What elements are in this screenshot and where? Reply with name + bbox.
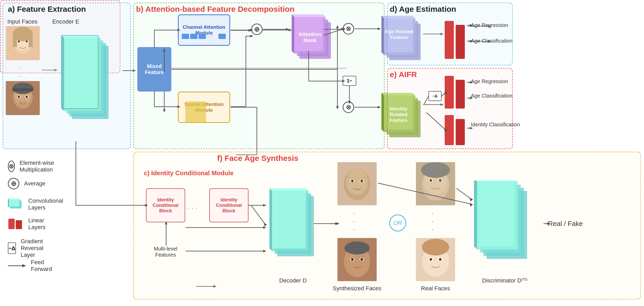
- face-girl: [6, 26, 40, 61]
- linear-layers-d: [445, 21, 466, 64]
- synthesized-face-2: [337, 238, 377, 281]
- svg-rect-177: [474, 180, 515, 246]
- svg-rect-116: [445, 115, 454, 145]
- face-man: [6, 81, 40, 116]
- discriminator-stack: [471, 180, 544, 268]
- linear-layers-e-bottom: [445, 115, 466, 150]
- decoder-stack: [264, 188, 330, 268]
- svg-marker-195: [8, 199, 9, 207]
- id-cond-block-1: Identity Conditional Block: [146, 188, 185, 222]
- svg-marker-52: [292, 14, 294, 54]
- dots-cond-blocks: · · ·: [188, 204, 197, 212]
- svg-marker-32: [163, 48, 166, 52]
- attention-mask-label: Attention Mask: [296, 31, 324, 43]
- legend-grad-rev-text: Gradient Reversal Layer: [21, 238, 51, 258]
- svg-rect-4: [13, 34, 17, 47]
- svg-marker-142: [269, 188, 272, 251]
- svg-point-147: [351, 180, 354, 182]
- svg-point-16: [18, 96, 20, 98]
- svg-point-155: [351, 258, 354, 261]
- title-c: c) Identity Conditional Module: [144, 169, 234, 177]
- arrow-face-to-encoder: [42, 68, 58, 72]
- svg-rect-14: [12, 88, 33, 91]
- arrow-channel-to-plus: [231, 28, 252, 33]
- channel-attention-box: Channel Attention Module: [178, 14, 230, 46]
- svg-rect-108: [445, 21, 454, 59]
- svg-rect-35: [182, 34, 189, 39]
- arrow-mf-to-spatial: [162, 92, 166, 114]
- age-classification-d-label: Age Classification: [471, 38, 512, 44]
- legend-linear-text: Linear Layers: [28, 217, 46, 231]
- encoder-label: Encoder E: [52, 18, 79, 25]
- svg-rect-36: [190, 34, 197, 39]
- legend-multiply-icon: ⊗: [8, 161, 15, 172]
- svg-rect-109: [456, 25, 465, 59]
- title-d: d) Age Estimation: [390, 5, 456, 14]
- svg-marker-199: [22, 264, 26, 267]
- svg-rect-117: [456, 119, 465, 145]
- svg-point-164: [439, 179, 442, 182]
- decoder-label: Decoder D: [273, 277, 313, 284]
- synthesized-face-1: [337, 162, 377, 205]
- real-faces-label: Real Faces: [412, 285, 459, 292]
- svg-rect-140: [269, 188, 306, 248]
- svg-marker-179: [474, 180, 477, 250]
- legend-multiply-text: Element-wise Multiplication: [20, 160, 57, 173]
- encoder-conv-stack: [56, 25, 122, 136]
- svg-point-145: [346, 169, 368, 195]
- title-f: f) Face Age Synthesis: [217, 154, 298, 163]
- real-fake-label: Real / Fake: [548, 220, 583, 228]
- legend-conv: Convolutional Layers: [8, 197, 63, 211]
- plus-operator: ⊕: [251, 24, 263, 35]
- title-a: a) Feature Extraction: [8, 5, 86, 14]
- svg-point-153: [344, 241, 370, 254]
- legend-average: ⊕ Average: [8, 178, 46, 189]
- arrow-mf-to-top-mult: [171, 68, 347, 111]
- svg-marker-46: [286, 28, 289, 31]
- age-regression-d-label: Age Regression: [471, 22, 508, 28]
- svg-point-162: [430, 179, 432, 182]
- svg-point-149: [360, 180, 363, 182]
- svg-marker-51: [292, 14, 326, 17]
- svg-point-157: [360, 258, 363, 261]
- legend-arrow-icon: [8, 263, 26, 268]
- svg-rect-37: [199, 34, 206, 39]
- attention-mask-block: Attention Mask: [289, 14, 336, 68]
- real-dots: ···: [432, 209, 433, 234]
- svg-marker-54: [341, 28, 344, 31]
- svg-point-165: [421, 162, 450, 178]
- svg-marker-101: [381, 16, 384, 55]
- multiply-operator-top: ⊗: [343, 23, 354, 35]
- discriminator-label: Discriminator Dᴵᵀᴳ: [476, 277, 534, 284]
- svg-rect-115: [456, 80, 465, 109]
- svg-marker-194: [8, 199, 20, 200]
- svg-rect-39: [218, 34, 226, 39]
- gradient-reversal-box: −Δ: [428, 91, 442, 101]
- or-circle: OR: [389, 214, 406, 231]
- legend-average-text: Average: [24, 180, 46, 187]
- legend-grad-rev: −Δ Gradient Reversal Layer: [8, 238, 51, 258]
- real-face-1: [416, 162, 455, 205]
- id-cond-block-2: Identity Conditional Block: [209, 188, 248, 222]
- arrow-mf-to-channel: [162, 48, 166, 73]
- svg-rect-114: [445, 76, 454, 109]
- arrow-mask-to-mult-top: [324, 27, 344, 32]
- svg-point-7: [18, 40, 20, 42]
- svg-point-171: [439, 258, 442, 261]
- svg-rect-197: [16, 220, 22, 229]
- legend-feedfwd: Feed Forward: [8, 259, 52, 273]
- legend-grad-rev-icon: −Δ: [8, 242, 16, 254]
- svg-marker-141: [269, 188, 309, 191]
- main-container: a) Feature Extraction Input Faces ···: [0, 0, 644, 306]
- age-classification-e-label: Age Classification: [471, 93, 512, 99]
- svg-rect-196: [8, 219, 15, 229]
- svg-point-18: [26, 96, 28, 98]
- svg-point-9: [26, 40, 28, 42]
- input-faces-label: Input Faces: [7, 18, 37, 25]
- channel-attention-blocks: · · ·: [182, 33, 229, 40]
- legend-linear: Linear Layers: [8, 217, 46, 231]
- svg-marker-26: [61, 35, 101, 38]
- title-b: b) Attention-based Feature Decomposition: [136, 5, 295, 14]
- arrow-plus-to-mask: [263, 27, 289, 32]
- svg-point-172: [422, 239, 449, 256]
